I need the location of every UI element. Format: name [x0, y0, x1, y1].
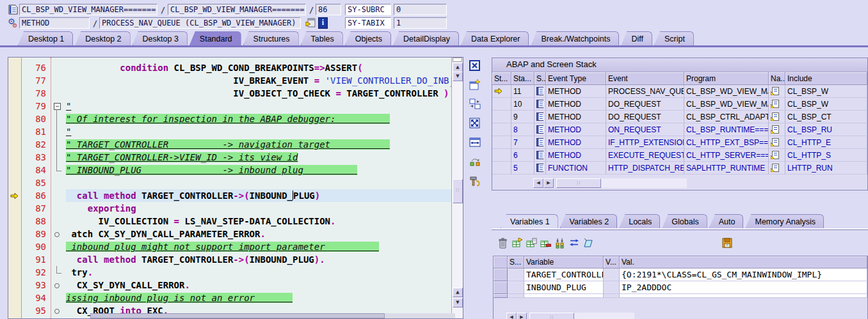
stack-cell-event[interactable]: PROCESS_NAV_QUEUE: [606, 85, 684, 98]
scrollbar-thumb[interactable]: ∷: [453, 179, 463, 203]
tab-desktop-2[interactable]: Desktop 2: [75, 31, 130, 45]
stack-cell-program[interactable]: SAPLHTTP_RUNTIME: [684, 162, 769, 175]
scroll-left-button[interactable]: ◀: [533, 178, 543, 188]
tools-icon[interactable]: [469, 175, 481, 187]
fold-line-icon[interactable]: [51, 151, 66, 164]
stack-cell-program[interactable]: CL_BSP_RUNTIME==== ..: [684, 123, 769, 136]
navigate-icon[interactable]: [769, 85, 785, 98]
code-line[interactable]: 80" Of interest for inspection in the AB…: [8, 113, 452, 125]
row-selector[interactable]: [494, 281, 508, 294]
scroll-up-button[interactable]: ▲: [453, 288, 463, 297]
stack-cell-event-type[interactable]: METHOD: [546, 149, 606, 162]
fold-circle-icon[interactable]: [51, 304, 66, 317]
navigate-icon[interactable]: [769, 123, 785, 136]
fit-width-icon[interactable]: [469, 137, 481, 148]
tab-diff[interactable]: Diff: [621, 31, 652, 45]
scroll-down-button[interactable]: ▼: [453, 298, 463, 307]
navigate-icon[interactable]: [769, 98, 785, 111]
fold-circle-icon[interactable]: [51, 228, 66, 240]
scroll-right-button[interactable]: ▶: [543, 178, 554, 188]
stack-cell-event-type[interactable]: METHOD: [546, 136, 606, 149]
navigate-icon[interactable]: [769, 162, 785, 175]
scrollbar-track[interactable]: [601, 178, 687, 188]
tab-script[interactable]: Script: [654, 31, 694, 45]
filter-variables-icon[interactable]: [583, 238, 593, 249]
variables-horizontal-scrollbar[interactable]: ◀ ▶ ∷: [506, 312, 634, 319]
tab-desktop-3[interactable]: Desktop 3: [133, 31, 188, 45]
code-line[interactable]: 90 inbound plug might not support import…: [8, 240, 452, 253]
scroll-up-button[interactable]: ▲: [453, 63, 463, 72]
code-line[interactable]: 88 IV_COLLECTION = LS_NAV_STEP-DATA_COLL…: [8, 215, 452, 228]
navigate-icon[interactable]: [769, 111, 785, 123]
goto-statement-icon[interactable]: [305, 18, 316, 30]
stack-cell-program[interactable]: CL_BSP_WD_VIEW_MAN..: [684, 98, 769, 111]
editor-horizontal-scrollbar[interactable]: [90, 313, 455, 318]
code-line[interactable]: 76 condition CL_BSP_WD_COND_BREAKPOINTS=…: [8, 61, 452, 74]
stack-cell-event-type[interactable]: METHOD: [546, 85, 606, 98]
fold-line-icon[interactable]: [51, 125, 66, 138]
variables-cell-name[interactable]: [524, 294, 604, 298]
code-line[interactable]: 85: [8, 176, 452, 189]
save-layout-icon[interactable]: [722, 238, 733, 251]
stack-cell-event[interactable]: DO_REQUEST: [606, 111, 684, 123]
row-selector[interactable]: [494, 268, 508, 281]
tab-standard[interactable]: Standard: [189, 31, 241, 45]
source-code-field[interactable]: CL_BSP_WD_VIEW_MANAGER=======...: [168, 4, 306, 15]
code-line[interactable]: 77 IV_BREAK_EVENT = 'VIEW_CONTROLLER_DO_…: [8, 74, 452, 87]
fold-line-icon[interactable]: [51, 138, 66, 151]
tab-detaildisplay[interactable]: DetailDisplay: [393, 31, 459, 45]
tab-locals[interactable]: Locals: [619, 214, 660, 228]
copy-variables-icon[interactable]: [526, 238, 537, 249]
stack-cell-program[interactable]: CL_HTTP_SERVER==== ..: [684, 149, 769, 162]
tab-tables[interactable]: Tables: [301, 31, 343, 45]
scrollbar-track[interactable]: [574, 313, 634, 319]
code-line[interactable]: 91 call method TARGET_CONTROLLER->(INBOU…: [8, 253, 452, 266]
tab-memory-analysis[interactable]: Memory Analysis: [745, 214, 823, 228]
stack-cell-include[interactable]: CL_BSP_CT: [785, 111, 867, 123]
info-icon[interactable]: i: [318, 17, 328, 29]
stack-cell-event[interactable]: HTTP_DISPATCH_REQU..: [606, 162, 684, 175]
scroll-down-button[interactable]: ▼: [453, 72, 463, 81]
stack-cell-event-type[interactable]: METHOD: [546, 123, 606, 136]
close-pane-icon[interactable]: [469, 60, 481, 72]
stack-cell-event[interactable]: EXECUTE_REQUEST: [606, 149, 684, 162]
event-name-field[interactable]: PROCESS_NAV_QUEUE (CL_BSP_WD_VIEW_MANAGE…: [99, 17, 301, 29]
variables-cell-value[interactable]: IP_2ADDDOC: [620, 281, 867, 294]
variables-cell-value[interactable]: [620, 294, 867, 298]
variables-cell-name[interactable]: TARGET_CONTROLLER: [524, 268, 604, 281]
sy-subrc-label-field[interactable]: SY-SUBRC: [345, 4, 391, 15]
tab-structures[interactable]: Structures: [243, 31, 299, 45]
tab-break-watchpoints[interactable]: Break./Watchpoints: [531, 31, 619, 45]
code-line[interactable]: 86 call method TARGET_CONTROLLER->(INBOU…: [8, 189, 452, 202]
sy-subrc-value-field[interactable]: 0: [394, 4, 447, 15]
maximize-icon[interactable]: [469, 118, 481, 129]
stack-cell-event-type[interactable]: METHOD: [546, 111, 606, 123]
scrollbar-thumb[interactable]: ∷: [556, 178, 601, 188]
remove-variables-icon[interactable]: [540, 238, 551, 249]
tab-globals[interactable]: Globals: [662, 214, 707, 228]
line-number-field[interactable]: 86: [316, 4, 341, 15]
tab-data-explorer[interactable]: Data Explorer: [461, 31, 529, 45]
fold-box-icon[interactable]: −: [51, 100, 66, 113]
code-line[interactable]: 79−": [8, 100, 452, 113]
editor-vertical-scrollbar[interactable]: ▲ ▼ ∷ ▲ ▼: [451, 58, 463, 318]
code-line[interactable]: 92 try.: [8, 266, 452, 279]
sy-tabix-value-field[interactable]: 1: [394, 17, 447, 29]
stack-cell-include[interactable]: CL_HTTP_S: [785, 149, 867, 162]
row-selector[interactable]: [494, 294, 508, 298]
code-line[interactable]: 82" TARGET_CONTROLLER -> navigation targ…: [8, 138, 452, 151]
stack-cell-include[interactable]: CL_BSP_W: [785, 85, 867, 98]
code-line[interactable]: 87 exporting: [8, 202, 452, 215]
new-debugger-window-icon[interactable]: [469, 79, 481, 91]
navigate-icon[interactable]: [769, 136, 785, 149]
tab-variables-1[interactable]: Variables 1: [501, 214, 558, 228]
delete-variable-icon[interactable]: [498, 238, 509, 249]
stack-cell-event[interactable]: ON_REQUEST: [606, 123, 684, 136]
scrollbar-thumb[interactable]: [90, 313, 385, 318]
stack-cell-program[interactable]: CL_BSP_CTRL_ADAPTER ..: [684, 111, 769, 123]
fold-corner-icon[interactable]: [51, 164, 66, 176]
swap-variables-icon[interactable]: [568, 238, 579, 249]
splitter-handle[interactable]: [453, 58, 462, 62]
swap-sessions-icon[interactable]: [469, 156, 481, 167]
insert-variables-icon[interactable]: [512, 238, 523, 249]
